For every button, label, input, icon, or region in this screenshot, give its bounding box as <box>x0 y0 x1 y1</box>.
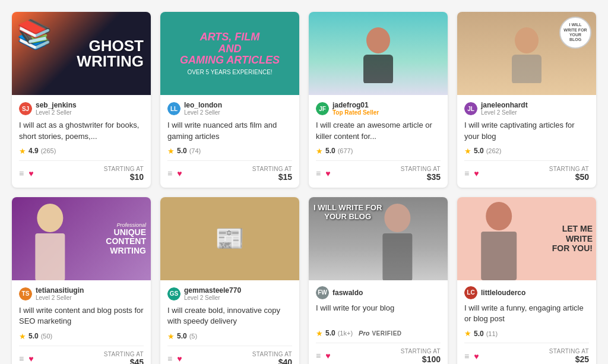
card-title-5[interactable]: I will write content and blog posts for … <box>19 305 144 327</box>
card-title-3[interactable]: I will create an awesome article or kill… <box>316 120 441 141</box>
seller-name-col-8: littlelouderco <box>481 289 525 297</box>
heart-icon-3[interactable]: ♥ <box>325 169 330 178</box>
footer-actions-4: ≡ ♥ <box>464 169 479 178</box>
seller-name-col-7: faswaldo <box>332 289 363 297</box>
svg-point-6 <box>385 204 411 232</box>
starting-col-3: STARTING AT $35 <box>401 166 441 182</box>
ghost-writing-text: GHOSTWRITING <box>77 38 144 69</box>
compare-icon-3[interactable]: ≡ <box>316 169 321 178</box>
person-silhouette-4 <box>506 24 547 83</box>
footer-actions-3: ≡ ♥ <box>316 169 330 178</box>
svg-rect-5 <box>35 233 65 280</box>
star-icon-2: ★ <box>167 147 175 156</box>
card-title-8[interactable]: I will write a funny, engaging article o… <box>464 303 589 324</box>
seller-username-4[interactable]: janeleonhardt <box>481 101 528 109</box>
compare-icon-5[interactable]: ≡ <box>19 354 24 363</box>
compare-icon-6[interactable]: ≡ <box>167 354 172 363</box>
seller-username-6[interactable]: gemmasteele770 <box>184 286 241 295</box>
card-title-7[interactable]: I will write for your blog <box>316 303 441 324</box>
arts-title-text: ARTS, FILMANDGAMING ARTICLES <box>180 31 280 67</box>
rating-value-6: 5.0 <box>177 332 187 340</box>
seller-username-5[interactable]: tetianasitiugin <box>36 286 84 295</box>
pro-verified-badge-7: Pro VERIFIED <box>359 330 401 337</box>
heart-icon-8[interactable]: ♥ <box>474 352 479 361</box>
starting-at-label-6: STARTING AT <box>252 351 292 357</box>
starting-at-label-1: STARTING AT <box>104 166 144 172</box>
seller-level-3: Top Rated Seller <box>332 109 379 116</box>
seller-username-7[interactable]: faswaldo <box>332 289 363 297</box>
compare-icon-4[interactable]: ≡ <box>464 169 469 178</box>
seller-info-4: JL janeleonhardt Level 2 Seller <box>464 101 589 116</box>
card-body-2: LL leo_london Level 2 Seller I will writ… <box>160 95 299 188</box>
heart-icon-1[interactable]: ♥ <box>28 169 33 178</box>
seller-info-1: SJ seb_jenkins Level 2 Seller <box>19 101 144 116</box>
card-footer-1: ≡ ♥ STARTING AT $10 <box>19 160 144 182</box>
avatar-1: SJ <box>19 102 32 115</box>
card-body-5: TS tetianasitiugin Level 2 Seller I will… <box>12 280 151 364</box>
arts-sub-text: OVER 5 YEARS EXPERIENCE! <box>187 69 272 75</box>
avatar-4: JL <box>464 102 477 115</box>
card-footer-7: ≡ ♥ STARTING AT $100 <box>316 343 441 364</box>
card-image-5: Professional UNIQUECONTENTWRITING <box>12 197 151 280</box>
seller-name-col-3: jadefrog01 Top Rated Seller <box>332 101 379 116</box>
books-icon: 📚 <box>17 18 52 51</box>
rating-value-2: 5.0 <box>177 147 187 155</box>
price-6: $40 <box>252 357 292 364</box>
seller-level-1: Level 2 Seller <box>36 109 77 116</box>
compare-icon-1[interactable]: ≡ <box>19 169 24 178</box>
heart-icon-4[interactable]: ♥ <box>474 169 479 178</box>
star-icon-1: ★ <box>19 147 26 156</box>
card-image-4: I WILL WRITE FOR YOUR BLOG <box>457 12 596 95</box>
seller-username-3[interactable]: jadefrog01 <box>332 101 379 109</box>
starting-col-7: STARTING AT $100 <box>401 348 441 364</box>
card-body-1: SJ seb_jenkins Level 2 Seller I will act… <box>12 95 151 188</box>
avatar-circle-7: FW <box>316 286 329 299</box>
star-icon-5: ★ <box>19 332 26 341</box>
seller-name-col-4: janeleonhardt Level 2 Seller <box>481 101 528 116</box>
starting-col-1: STARTING AT $10 <box>104 166 144 182</box>
heart-icon-6[interactable]: ♥ <box>177 354 182 363</box>
card-title-4[interactable]: I will write captivating articles for yo… <box>464 120 589 141</box>
price-5: $45 <box>104 357 144 364</box>
seller-username-2[interactable]: leo_london <box>184 101 222 109</box>
newspaper-icon: 📰 <box>215 224 245 252</box>
card-title-1[interactable]: I will act as a ghostwriter for books, s… <box>19 120 144 141</box>
svg-point-4 <box>37 204 63 232</box>
starting-col-5: STARTING AT $45 <box>104 351 144 364</box>
heart-icon-7[interactable]: ♥ <box>325 351 330 360</box>
heart-icon-2[interactable]: ♥ <box>177 169 182 178</box>
person-silhouette-8 <box>457 197 540 280</box>
card-footer-8: ≡ ♥ STARTING AT $25 <box>464 343 589 364</box>
rating-value-7: 5.0 <box>325 329 335 337</box>
rating-row-6: ★ 5.0 (5) <box>167 332 292 341</box>
card-title-6[interactable]: I will create bold, innovative copy with… <box>167 305 292 327</box>
rating-count-4: (262) <box>486 147 502 154</box>
avatar-3: JF <box>316 102 329 115</box>
card-title-2[interactable]: I will write nuanced arts film and gamin… <box>167 120 292 141</box>
svg-rect-9 <box>481 232 517 280</box>
seller-info-3: JF jadefrog01 Top Rated Seller <box>316 101 441 116</box>
person-silhouette-3 <box>357 24 399 83</box>
card-image-6: 📰 <box>160 197 299 280</box>
seller-name-col-2: leo_london Level 2 Seller <box>184 101 222 116</box>
compare-icon-8[interactable]: ≡ <box>464 352 469 361</box>
starting-at-label-7: STARTING AT <box>401 348 441 354</box>
rating-value-8: 5.0 <box>474 330 484 338</box>
heart-icon-5[interactable]: ♥ <box>28 354 33 363</box>
gig-card-8: LET MEWRITEFOR YOU! LC littlelouderco I … <box>457 197 596 364</box>
card-footer-2: ≡ ♥ STARTING AT $15 <box>167 160 292 182</box>
rating-row-1: ★ 4.9 (265) <box>19 147 144 156</box>
compare-icon-7[interactable]: ≡ <box>316 351 321 360</box>
svg-point-8 <box>486 202 512 230</box>
star-icon-4: ★ <box>464 147 471 156</box>
price-8: $25 <box>549 354 589 364</box>
seller-username-8[interactable]: littlelouderco <box>481 289 525 297</box>
rating-row-2: ★ 5.0 (74) <box>167 147 292 156</box>
svg-rect-3 <box>512 55 542 83</box>
gig-card-2: ARTS, FILMANDGAMING ARTICLES OVER 5 YEAR… <box>160 12 299 188</box>
footer-actions-2: ≡ ♥ <box>167 169 182 178</box>
rating-count-2: (74) <box>189 147 201 154</box>
seller-username-1[interactable]: seb_jenkins <box>36 101 77 109</box>
starting-col-4: STARTING AT $50 <box>549 166 589 182</box>
compare-icon-2[interactable]: ≡ <box>167 169 172 178</box>
